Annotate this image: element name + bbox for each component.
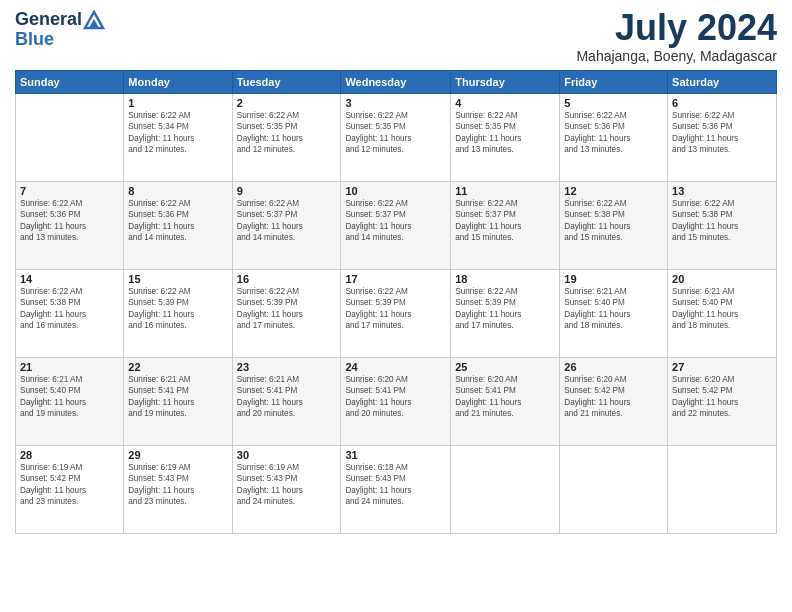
calendar-cell: 4Sunrise: 6:22 AM Sunset: 5:35 PM Daylig… (451, 94, 560, 182)
calendar-cell: 14Sunrise: 6:22 AM Sunset: 5:38 PM Dayli… (16, 270, 124, 358)
weekday-header: Monday (124, 71, 232, 94)
weekday-header: Sunday (16, 71, 124, 94)
day-info: Sunrise: 6:20 AM Sunset: 5:42 PM Dayligh… (564, 374, 663, 420)
calendar-cell: 13Sunrise: 6:22 AM Sunset: 5:38 PM Dayli… (668, 182, 777, 270)
day-number: 18 (455, 273, 555, 285)
calendar-cell: 3Sunrise: 6:22 AM Sunset: 5:35 PM Daylig… (341, 94, 451, 182)
calendar-cell: 19Sunrise: 6:21 AM Sunset: 5:40 PM Dayli… (560, 270, 668, 358)
day-info: Sunrise: 6:22 AM Sunset: 5:39 PM Dayligh… (345, 286, 446, 332)
day-info: Sunrise: 6:22 AM Sunset: 5:37 PM Dayligh… (237, 198, 337, 244)
day-info: Sunrise: 6:22 AM Sunset: 5:39 PM Dayligh… (128, 286, 227, 332)
calendar-cell: 28Sunrise: 6:19 AM Sunset: 5:42 PM Dayli… (16, 446, 124, 534)
day-info: Sunrise: 6:21 AM Sunset: 5:40 PM Dayligh… (564, 286, 663, 332)
calendar-week-row: 1Sunrise: 6:22 AM Sunset: 5:34 PM Daylig… (16, 94, 777, 182)
calendar-cell: 15Sunrise: 6:22 AM Sunset: 5:39 PM Dayli… (124, 270, 232, 358)
calendar-cell: 18Sunrise: 6:22 AM Sunset: 5:39 PM Dayli… (451, 270, 560, 358)
calendar-cell: 10Sunrise: 6:22 AM Sunset: 5:37 PM Dayli… (341, 182, 451, 270)
day-info: Sunrise: 6:22 AM Sunset: 5:39 PM Dayligh… (237, 286, 337, 332)
calendar-cell: 5Sunrise: 6:22 AM Sunset: 5:36 PM Daylig… (560, 94, 668, 182)
day-number: 16 (237, 273, 337, 285)
day-info: Sunrise: 6:22 AM Sunset: 5:38 PM Dayligh… (564, 198, 663, 244)
header: General Blue July 2024 Mahajanga, Boeny,… (15, 10, 777, 64)
day-number: 3 (345, 97, 446, 109)
calendar-cell: 25Sunrise: 6:20 AM Sunset: 5:41 PM Dayli… (451, 358, 560, 446)
day-info: Sunrise: 6:22 AM Sunset: 5:36 PM Dayligh… (672, 110, 772, 156)
calendar-cell: 24Sunrise: 6:20 AM Sunset: 5:41 PM Dayli… (341, 358, 451, 446)
day-number: 7 (20, 185, 119, 197)
day-number: 24 (345, 361, 446, 373)
day-number: 13 (672, 185, 772, 197)
day-number: 11 (455, 185, 555, 197)
day-number: 8 (128, 185, 227, 197)
day-info: Sunrise: 6:22 AM Sunset: 5:36 PM Dayligh… (564, 110, 663, 156)
day-number: 15 (128, 273, 227, 285)
day-info: Sunrise: 6:20 AM Sunset: 5:41 PM Dayligh… (345, 374, 446, 420)
weekday-header: Saturday (668, 71, 777, 94)
day-info: Sunrise: 6:22 AM Sunset: 5:35 PM Dayligh… (345, 110, 446, 156)
day-info: Sunrise: 6:22 AM Sunset: 5:35 PM Dayligh… (237, 110, 337, 156)
calendar-cell: 26Sunrise: 6:20 AM Sunset: 5:42 PM Dayli… (560, 358, 668, 446)
calendar-week-row: 28Sunrise: 6:19 AM Sunset: 5:42 PM Dayli… (16, 446, 777, 534)
day-info: Sunrise: 6:22 AM Sunset: 5:35 PM Dayligh… (455, 110, 555, 156)
calendar-cell: 30Sunrise: 6:19 AM Sunset: 5:43 PM Dayli… (232, 446, 341, 534)
day-number: 28 (20, 449, 119, 461)
day-number: 12 (564, 185, 663, 197)
day-info: Sunrise: 6:22 AM Sunset: 5:34 PM Dayligh… (128, 110, 227, 156)
day-number: 6 (672, 97, 772, 109)
day-info: Sunrise: 6:22 AM Sunset: 5:36 PM Dayligh… (20, 198, 119, 244)
day-info: Sunrise: 6:22 AM Sunset: 5:36 PM Dayligh… (128, 198, 227, 244)
day-number: 17 (345, 273, 446, 285)
day-info: Sunrise: 6:22 AM Sunset: 5:37 PM Dayligh… (455, 198, 555, 244)
month-title: July 2024 (576, 10, 777, 46)
calendar-cell: 1Sunrise: 6:22 AM Sunset: 5:34 PM Daylig… (124, 94, 232, 182)
calendar-week-row: 7Sunrise: 6:22 AM Sunset: 5:36 PM Daylig… (16, 182, 777, 270)
day-number: 9 (237, 185, 337, 197)
calendar-cell: 2Sunrise: 6:22 AM Sunset: 5:35 PM Daylig… (232, 94, 341, 182)
calendar-cell: 8Sunrise: 6:22 AM Sunset: 5:36 PM Daylig… (124, 182, 232, 270)
title-block: July 2024 Mahajanga, Boeny, Madagascar (576, 10, 777, 64)
logo-blue: Blue (15, 30, 105, 50)
day-number: 20 (672, 273, 772, 285)
day-number: 19 (564, 273, 663, 285)
day-number: 2 (237, 97, 337, 109)
calendar-cell (451, 446, 560, 534)
day-info: Sunrise: 6:22 AM Sunset: 5:38 PM Dayligh… (20, 286, 119, 332)
calendar-cell: 23Sunrise: 6:21 AM Sunset: 5:41 PM Dayli… (232, 358, 341, 446)
day-number: 22 (128, 361, 227, 373)
logo-icon (83, 10, 105, 30)
logo-text: General (15, 10, 105, 30)
calendar-cell: 20Sunrise: 6:21 AM Sunset: 5:40 PM Dayli… (668, 270, 777, 358)
calendar-cell: 27Sunrise: 6:20 AM Sunset: 5:42 PM Dayli… (668, 358, 777, 446)
calendar-cell (668, 446, 777, 534)
weekday-header: Thursday (451, 71, 560, 94)
logo: General Blue (15, 10, 105, 50)
weekday-header: Wednesday (341, 71, 451, 94)
day-info: Sunrise: 6:18 AM Sunset: 5:43 PM Dayligh… (345, 462, 446, 508)
day-info: Sunrise: 6:19 AM Sunset: 5:43 PM Dayligh… (128, 462, 227, 508)
day-info: Sunrise: 6:21 AM Sunset: 5:40 PM Dayligh… (20, 374, 119, 420)
day-number: 21 (20, 361, 119, 373)
day-info: Sunrise: 6:21 AM Sunset: 5:40 PM Dayligh… (672, 286, 772, 332)
day-info: Sunrise: 6:20 AM Sunset: 5:42 PM Dayligh… (672, 374, 772, 420)
calendar-cell (560, 446, 668, 534)
day-info: Sunrise: 6:22 AM Sunset: 5:37 PM Dayligh… (345, 198, 446, 244)
day-number: 26 (564, 361, 663, 373)
calendar-cell: 31Sunrise: 6:18 AM Sunset: 5:43 PM Dayli… (341, 446, 451, 534)
day-number: 31 (345, 449, 446, 461)
calendar-cell: 12Sunrise: 6:22 AM Sunset: 5:38 PM Dayli… (560, 182, 668, 270)
page: General Blue July 2024 Mahajanga, Boeny,… (0, 0, 792, 612)
day-number: 29 (128, 449, 227, 461)
weekday-header: Tuesday (232, 71, 341, 94)
day-number: 14 (20, 273, 119, 285)
calendar-week-row: 21Sunrise: 6:21 AM Sunset: 5:40 PM Dayli… (16, 358, 777, 446)
day-number: 1 (128, 97, 227, 109)
day-number: 27 (672, 361, 772, 373)
day-info: Sunrise: 6:21 AM Sunset: 5:41 PM Dayligh… (128, 374, 227, 420)
day-number: 4 (455, 97, 555, 109)
calendar: SundayMondayTuesdayWednesdayThursdayFrid… (15, 70, 777, 534)
location: Mahajanga, Boeny, Madagascar (576, 48, 777, 64)
calendar-cell: 7Sunrise: 6:22 AM Sunset: 5:36 PM Daylig… (16, 182, 124, 270)
day-info: Sunrise: 6:20 AM Sunset: 5:41 PM Dayligh… (455, 374, 555, 420)
day-info: Sunrise: 6:21 AM Sunset: 5:41 PM Dayligh… (237, 374, 337, 420)
calendar-cell: 6Sunrise: 6:22 AM Sunset: 5:36 PM Daylig… (668, 94, 777, 182)
